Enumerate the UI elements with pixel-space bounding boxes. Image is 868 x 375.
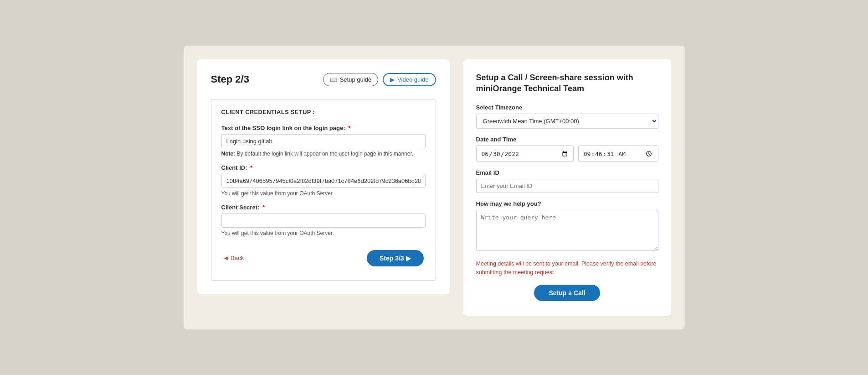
datetime-row — [476, 146, 658, 162]
datetime-label: Date and Time — [476, 136, 658, 143]
book-icon: 📖 — [330, 76, 337, 83]
credentials-title: CLIENT CREDENTIALS SETUP : — [221, 109, 426, 115]
header-buttons: 📖 Setup guide ▶ Video guide — [323, 73, 436, 86]
timezone-label: Select Timezone — [476, 104, 658, 111]
client-secret-input[interactable] — [221, 214, 426, 228]
step-header: Step 2/3 📖 Setup guide ▶ Video guide — [211, 73, 436, 86]
client-secret-label: Client Secret: * — [221, 204, 426, 211]
client-secret-note: You will get this value from your OAuth … — [221, 230, 426, 236]
query-label: How may we help you? — [476, 200, 658, 207]
right-panel-title: Setup a Call / Screen-share session with… — [476, 72, 658, 94]
email-label: Email ID — [476, 169, 658, 176]
time-input[interactable] — [578, 146, 658, 162]
timezone-select[interactable]: Greenwich Mean Time (GMT+00:00) Eastern … — [476, 114, 658, 129]
next-step-button[interactable]: Step 3/3 ▶ — [367, 250, 424, 266]
client-secret-group: Client Secret: * You will get this value… — [221, 204, 426, 236]
email-input[interactable] — [476, 179, 658, 193]
sso-link-note: Note: By default the login link will app… — [221, 151, 426, 157]
outer-wrapper: Step 2/3 📖 Setup guide ▶ Video guide CLI… — [184, 46, 685, 330]
video-icon: ▶ — [390, 76, 395, 83]
datetime-group: Date and Time — [476, 136, 658, 162]
date-input[interactable] — [476, 146, 574, 162]
back-link[interactable]: ◄ Back — [223, 255, 244, 261]
query-group: How may we help you? — [476, 200, 658, 252]
right-panel: Setup a Call / Screen-share session with… — [463, 59, 671, 316]
video-guide-button[interactable]: ▶ Video guide — [383, 73, 436, 86]
client-id-note: You will get this value from your OAuth … — [221, 190, 426, 197]
client-id-label: Client ID: * — [221, 164, 426, 171]
sso-link-group: Text of the SSO login link on the login … — [221, 125, 426, 157]
meeting-note: Meeting details will be sent to your ema… — [476, 260, 658, 277]
required-star: * — [348, 125, 350, 131]
client-id-group: Client ID: * You will get this value fro… — [221, 164, 426, 197]
timezone-group: Select Timezone Greenwich Mean Time (GMT… — [476, 104, 658, 129]
required-star-3: * — [262, 204, 265, 211]
query-textarea[interactable] — [476, 210, 658, 251]
sso-link-input[interactable] — [221, 134, 426, 148]
setup-guide-button[interactable]: 📖 Setup guide — [323, 73, 378, 86]
setup-call-button[interactable]: Setup a Call — [534, 285, 600, 301]
bottom-actions: ◄ Back Step 3/3 ▶ — [221, 250, 426, 266]
sso-link-label: Text of the SSO login link on the login … — [221, 125, 426, 131]
credentials-box: CLIENT CREDENTIALS SETUP : Text of the S… — [211, 99, 436, 281]
required-star-2: * — [250, 164, 252, 171]
left-panel: Step 2/3 📖 Setup guide ▶ Video guide CLI… — [197, 59, 450, 294]
client-id-input[interactable] — [221, 174, 426, 188]
step-title: Step 2/3 — [211, 73, 249, 85]
email-group: Email ID — [476, 169, 658, 193]
